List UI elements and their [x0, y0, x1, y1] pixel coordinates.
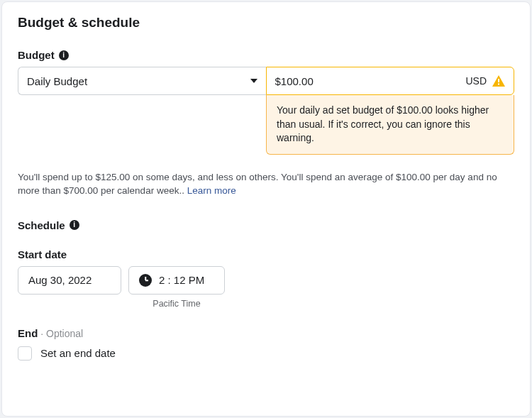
budget-help-text: You'll spend up to $125.00 on some days,…	[18, 170, 514, 198]
end-optional-label: Optional	[46, 328, 83, 339]
set-end-date-checkbox[interactable]	[18, 346, 32, 361]
budget-warning-panel: Your daily ad set budget of $100.00 look…	[266, 95, 514, 155]
budget-row: Daily Budget USD	[18, 67, 514, 95]
budget-help-text-body: You'll spend up to $125.00 on some days,…	[18, 172, 497, 197]
clock-icon	[139, 274, 152, 287]
budget-amount-input[interactable]	[275, 75, 460, 87]
start-time-value: 2 : 12 PM	[159, 274, 204, 286]
end-row: End · Optional Set an end date	[18, 327, 514, 361]
end-label: End	[18, 327, 38, 339]
set-end-date-label: Set an end date	[40, 347, 116, 359]
learn-more-link[interactable]: Learn more	[187, 185, 236, 196]
schedule-label: Schedule i	[18, 219, 514, 231]
budget-type-value: Daily Budget	[27, 75, 87, 87]
info-icon[interactable]: i	[70, 220, 79, 230]
start-date-label: Start date	[18, 248, 514, 260]
info-icon[interactable]: i	[59, 50, 69, 60]
timezone-label: Pacific Time	[128, 299, 225, 309]
start-date-input[interactable]: Aug 30, 2022	[18, 266, 121, 295]
chevron-down-icon	[250, 79, 257, 83]
schedule-label-text: Schedule	[18, 219, 65, 231]
svg-rect-1	[498, 84, 499, 85]
budget-label: Budget i	[18, 49, 514, 61]
start-date-label-text: Start date	[18, 248, 67, 260]
budget-currency: USD	[465, 75, 487, 87]
dot-separator: ·	[40, 328, 46, 339]
start-time-input[interactable]: 2 : 12 PM	[128, 266, 225, 295]
budget-warning-text: Your daily ad set budget of $100.00 look…	[277, 104, 489, 143]
svg-rect-0	[498, 79, 499, 82]
budget-schedule-card: Budget & schedule Budget i Daily Budget …	[1, 1, 531, 417]
budget-type-select[interactable]: Daily Budget	[18, 67, 266, 95]
start-date-value: Aug 30, 2022	[28, 274, 92, 286]
budget-label-text: Budget	[18, 49, 55, 61]
start-date-time-row: Aug 30, 2022 2 : 12 PM Pacific Time	[18, 266, 514, 309]
section-title: Budget & schedule	[18, 15, 514, 31]
warning-icon	[492, 75, 505, 87]
budget-amount-wrap: USD	[266, 67, 515, 95]
